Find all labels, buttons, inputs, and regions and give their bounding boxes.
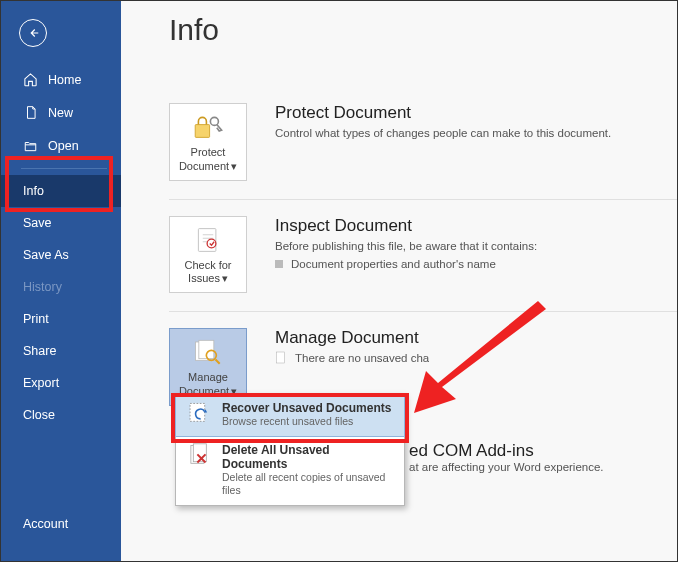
check-issues-button[interactable]: Check for Issues▾ [169, 216, 247, 294]
manage-doc-icon [174, 337, 242, 367]
back-button[interactable] [19, 19, 47, 47]
nav-close[interactable]: Close [1, 399, 121, 431]
nav-label: Home [48, 73, 81, 87]
chevron-down-icon: ▾ [231, 160, 237, 174]
nav-label: New [48, 106, 73, 120]
nav-save-as[interactable]: Save As [1, 239, 121, 271]
nav-export[interactable]: Export [1, 367, 121, 399]
menu-item-title: Delete All Unsaved Documents [222, 443, 394, 471]
home-icon [23, 72, 38, 87]
section-protect: Protect Document▾ Protect Document Contr… [121, 87, 677, 181]
open-icon [23, 138, 38, 153]
nav-label: Export [23, 376, 59, 390]
bullet-text: Document properties and author's name [291, 256, 496, 273]
nav-label: Save As [23, 248, 69, 262]
menu-item-sub: Browse recent unsaved files [222, 415, 391, 428]
arrow-left-icon [26, 26, 40, 40]
no-unsaved-text: There are no unsaved cha [295, 350, 429, 367]
svg-point-1 [210, 117, 218, 125]
svg-rect-7 [277, 352, 285, 363]
inspect-icon [174, 225, 242, 255]
nav-share[interactable]: Share [1, 335, 121, 367]
nav-label: Share [23, 344, 56, 358]
page-title: Info [121, 1, 677, 47]
bullet-icon [275, 260, 283, 268]
nav-open[interactable]: Open [1, 129, 121, 162]
nav-save[interactable]: Save [1, 207, 121, 239]
nav-history: History [1, 271, 121, 303]
nav-label: Save [23, 216, 52, 230]
nav-label: Print [23, 312, 49, 326]
nav-home[interactable]: Home [1, 63, 121, 96]
backstage-sidebar: Home New Open Info Save Save As History … [1, 1, 121, 561]
delete-icon [186, 443, 212, 469]
svg-rect-0 [195, 125, 209, 138]
nav-label: Account [23, 517, 68, 531]
nav-label: Info [23, 184, 44, 198]
menu-delete-unsaved[interactable]: Delete All Unsaved Documents Delete all … [176, 436, 404, 505]
section-inspect: Check for Issues▾ Inspect Document Befor… [121, 200, 677, 294]
section-heading: Inspect Document [275, 216, 537, 236]
nav-print[interactable]: Print [1, 303, 121, 335]
nav-label: Close [23, 408, 55, 422]
svg-point-3 [207, 239, 216, 248]
menu-recover-unsaved[interactable]: Recover Unsaved Documents Browse recent … [175, 393, 405, 437]
section-heading: Manage Document [275, 328, 429, 348]
menu-item-sub: Delete all recent copies of unsaved file… [222, 471, 394, 497]
protect-document-button[interactable]: Protect Document▾ [169, 103, 247, 181]
page-icon [275, 351, 287, 365]
nav-label: History [23, 280, 62, 294]
com-addins-desc-partial: at are affecting your Word experience. [409, 461, 604, 473]
section-manage: Manage Document▾ Manage Document There a… [121, 312, 677, 406]
lock-key-icon [174, 112, 242, 142]
manage-document-menu: Recover Unsaved Documents Browse recent … [175, 393, 405, 506]
button-label: Protect Document [179, 146, 229, 172]
nav-new[interactable]: New [1, 96, 121, 129]
nav-info[interactable]: Info [1, 175, 121, 207]
section-heading: Protect Document [275, 103, 611, 123]
menu-item-title: Recover Unsaved Documents [222, 401, 391, 415]
recover-icon [186, 401, 212, 427]
section-desc: Control what types of changes people can… [275, 125, 611, 142]
nav-account[interactable]: Account [1, 509, 121, 539]
new-icon [23, 105, 38, 120]
section-desc: Before publishing this file, be aware th… [275, 238, 537, 255]
com-addins-heading-partial: ed COM Add-ins [409, 441, 604, 461]
chevron-down-icon: ▾ [222, 272, 228, 286]
nav-label: Open [48, 139, 79, 153]
